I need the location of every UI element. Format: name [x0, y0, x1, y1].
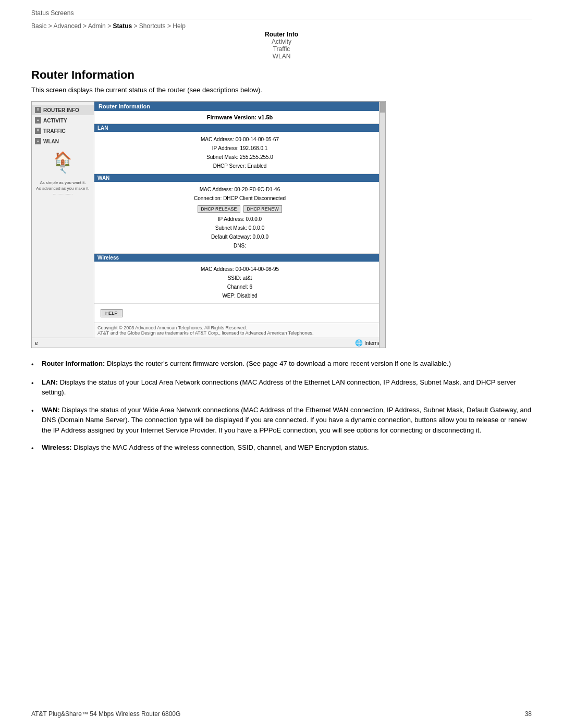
breadcrumb-basic[interactable]: Basic: [31, 22, 46, 30]
wireless-content: MAC Address: 00-00-14-00-08-95 SSID: at&…: [94, 262, 385, 304]
globe-icon: 🌐: [355, 339, 363, 347]
breadcrumb-status[interactable]: Status: [113, 22, 132, 30]
router-sidebar-label-router-info: ROUTER INFO: [43, 107, 79, 113]
sidebar-tagline: As simple as you want it. As advanced as…: [32, 178, 94, 200]
lan-content: MAC Address: 00-00-14-00-05-67 IP Addres…: [94, 132, 385, 174]
copyright-text: Copyright © 2003 Advanced American Telep…: [97, 325, 382, 330]
intro-text: This screen displays the current status …: [31, 86, 532, 94]
tagline-dots: ·················: [53, 192, 73, 196]
lan-header: LAN: [94, 124, 385, 132]
dhcp-release-button[interactable]: DHCP RELEASE: [198, 205, 240, 213]
traffic-icon: ≡: [35, 128, 41, 134]
list-item: • WAN: Displays the status of your Wide …: [31, 405, 532, 436]
bullet-text-3: WAN: Displays the status of your Wide Ar…: [42, 405, 532, 436]
help-button[interactable]: HELP: [101, 309, 123, 317]
list-item: • LAN: Displays the status of your Local…: [31, 377, 532, 398]
trademark-text: AT&T and the Globe Design are trademarks…: [97, 330, 382, 336]
bullet-desc-1: Displays the router's current firmware v…: [105, 360, 451, 367]
page-footer: AT&T Plug&Share™ 54 Mbps Wireless Router…: [31, 710, 532, 718]
wan-gateway: Default Gateway: 0.0.0.0: [96, 232, 383, 241]
wan-connection: Connection: DHCP Client Disconnected: [96, 194, 383, 203]
tagline-line-2: As advanced as you make it.: [36, 186, 89, 191]
wireless-channel: Channel: 6: [96, 282, 383, 291]
breadcrumb-advanced[interactable]: Advanced: [53, 22, 81, 30]
router-statusbar: e 🌐 Internet: [32, 338, 385, 348]
bullet-text-1: Router Information: Displays the router'…: [42, 359, 451, 369]
list-item: • Wireless: Displays the MAC Address of …: [31, 442, 532, 454]
router-logo: 🏠 🔧: [32, 146, 94, 178]
bullet-dot: •: [31, 406, 38, 416]
router-sidebar-item-wlan[interactable]: ≡ WLAN: [32, 136, 94, 146]
house-icon: 🏠: [36, 151, 90, 168]
internet-badge: 🌐 Internet: [355, 339, 382, 347]
firmware-version: Firmware Version: v1.5b: [94, 111, 385, 124]
wireless-header: Wireless: [94, 254, 385, 262]
router-sidebar-item-traffic[interactable]: ≡ TRAFFIC: [32, 126, 94, 136]
section-label: Status Screens: [31, 9, 532, 19]
wireless-ssid: SSID: at&t: [96, 274, 383, 282]
breadcrumb-help[interactable]: Help: [173, 22, 186, 30]
router-content-header: Router Information: [94, 102, 385, 111]
router-sidebar-item-router-info[interactable]: ≡ ROUTER INFO: [32, 105, 94, 115]
wireless-wep: WEP: Disabled: [96, 291, 383, 300]
router-sidebar: ≡ ROUTER INFO ≡ ACTIVITY ≡ TRAFFIC ≡ WLA…: [32, 102, 94, 338]
bullet-term-3: WAN:: [42, 406, 60, 414]
product-name: AT&T Plug&Share™ 54 Mbps Wireless Router…: [31, 710, 180, 718]
bullet-term-2: LAN:: [42, 378, 58, 386]
page-title: Router Information: [31, 68, 532, 82]
bullet-desc-3: Displays the status of your Wide Area Ne…: [42, 406, 531, 434]
breadcrumb-admin[interactable]: Admin: [88, 22, 106, 30]
bullet-term-1: Router Information:: [42, 360, 105, 367]
bullet-text-4: Wireless: Displays the MAC Address of th…: [42, 442, 369, 453]
page-number: 38: [525, 710, 532, 718]
sub-nav: Router Info Activity Traffic WLAN: [31, 31, 532, 60]
activity-icon: ≡: [35, 117, 41, 124]
wan-subnet: Subnet Mask: 0.0.0.0: [96, 224, 383, 232]
dhcp-renew-button[interactable]: DHCP RENEW: [243, 205, 282, 213]
wan-content: MAC Address: 00-20-E0-6C-D1-46 Connectio…: [94, 182, 385, 254]
bullet-dot: •: [31, 443, 38, 454]
breadcrumb: Basic > Advanced > Admin > Status > Shor…: [31, 22, 532, 30]
bullet-term-4: Wireless:: [42, 443, 72, 451]
list-item: • Router Information: Displays the route…: [31, 359, 532, 370]
wlan-icon: ≡: [35, 138, 41, 144]
lan-mac: MAC Address: 00-00-14-00-05-67: [96, 135, 383, 144]
wan-dns: DNS:: [96, 241, 383, 250]
router-sidebar-label-traffic: TRAFFIC: [43, 128, 66, 134]
tagline-line-1: As simple as you want it.: [40, 180, 85, 185]
sub-nav-traffic[interactable]: Traffic: [31, 45, 532, 53]
wan-mac: MAC Address: 00-20-E0-6C-D1-46: [96, 185, 383, 194]
router-ui-screenshot: ≡ ROUTER INFO ≡ ACTIVITY ≡ TRAFFIC ≡ WLA…: [31, 101, 386, 348]
router-content: Router Information Firmware Version: v1.…: [94, 102, 385, 338]
bullet-dot: •: [31, 378, 38, 389]
router-sidebar-label-wlan: WLAN: [43, 139, 59, 144]
lan-dhcp: DHCP Server: Enabled: [96, 162, 383, 170]
bullet-desc-2: Displays the status of your Local Area N…: [42, 378, 516, 397]
router-sidebar-label-activity: ACTIVITY: [43, 118, 67, 124]
statusbar-left: e: [35, 340, 38, 346]
breadcrumb-shortcuts[interactable]: Shortcuts: [139, 22, 166, 30]
scrollbar[interactable]: [379, 102, 385, 348]
scrollbar-thumb[interactable]: [380, 102, 385, 113]
wan-buttons: DHCP RELEASE DHCP RENEW: [96, 204, 383, 213]
bullet-dot: •: [31, 360, 38, 370]
router-info-icon: ≡: [35, 107, 41, 113]
lan-subnet: Subnet Mask: 255.255.255.0: [96, 153, 383, 162]
router-footer: Copyright © 2003 Advanced American Telep…: [94, 323, 385, 338]
sub-nav-activity[interactable]: Activity: [31, 38, 532, 45]
wan-ip: IP Address: 0.0.0.0: [96, 215, 383, 224]
wireless-mac: MAC Address: 00-00-14-00-08-95: [96, 265, 383, 274]
wan-header: WAN: [94, 174, 385, 182]
bullet-text-2: LAN: Displays the status of your Local A…: [42, 377, 532, 398]
bullet-desc-4: Displays the MAC Address of the wireless…: [72, 443, 369, 451]
sub-nav-router-info[interactable]: Router Info: [31, 31, 532, 38]
sub-nav-wlan[interactable]: WLAN: [31, 53, 532, 60]
lan-ip: IP Address: 192.168.0.1: [96, 144, 383, 153]
help-button-area: HELP: [94, 304, 385, 323]
router-sidebar-item-activity[interactable]: ≡ ACTIVITY: [32, 115, 94, 126]
description-list: • Router Information: Displays the route…: [31, 359, 532, 454]
